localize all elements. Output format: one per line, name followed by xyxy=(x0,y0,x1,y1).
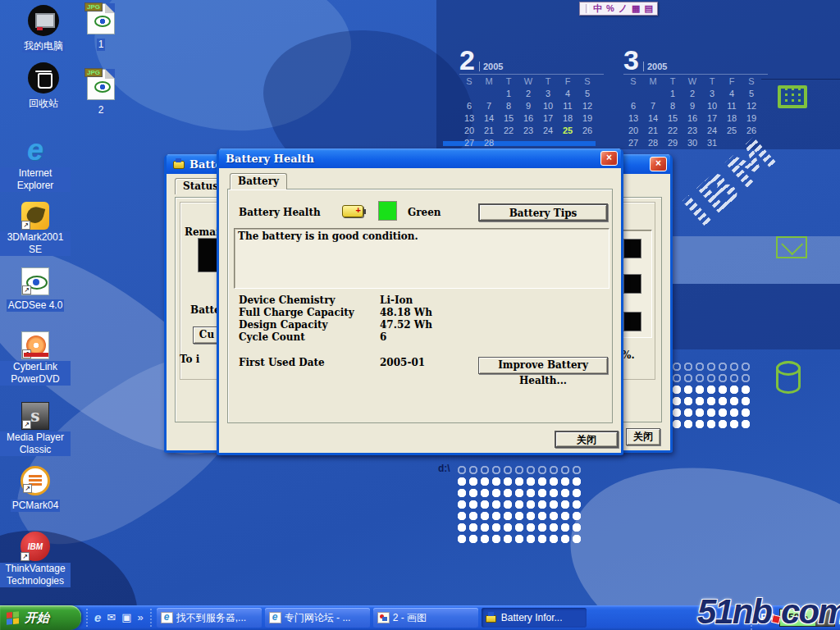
percent-label: %. xyxy=(622,349,635,361)
jpg-badge: JPG xyxy=(84,68,103,77)
my-computer-icon xyxy=(28,5,59,36)
battery-window-icon xyxy=(173,159,185,170)
watermark-red-dot xyxy=(771,614,781,624)
jpg-badge: JPG xyxy=(84,2,103,11)
tab-battery[interactable]: Battery xyxy=(230,173,287,189)
desktop-icon-jpg[interactable]: JPG2 xyxy=(66,69,136,116)
to-label: To i xyxy=(180,354,199,365)
desktop-icon-label: Internet Explorer xyxy=(0,167,71,192)
51nb-watermark: 51nbcom xyxy=(697,592,840,630)
paint-icon xyxy=(377,612,390,623)
desktop-icon-label: 3DMark2001 SE xyxy=(0,231,71,256)
taskbar-task-button[interactable]: Battery Infor... xyxy=(482,608,587,628)
options-icon[interactable]: ▤ xyxy=(644,3,652,14)
desktop-icon-pcmark[interactable]: ↗PCMark04 xyxy=(0,466,71,512)
ie-page-icon xyxy=(269,612,281,623)
close-icon[interactable]: × xyxy=(600,151,618,166)
ie-icon: e xyxy=(20,135,51,166)
info-label: Device Chemistry xyxy=(239,294,380,306)
battery-health-titlebar[interactable]: Battery Health × xyxy=(219,148,621,168)
show-desktop-icon[interactable]: ▣ xyxy=(121,611,131,624)
quick-launch: e ✉ ▣ » xyxy=(86,609,152,627)
battery-icon xyxy=(486,612,498,623)
taskbar-task-button[interactable]: 专门网论坛 - ... xyxy=(265,608,370,628)
ie-page-icon xyxy=(161,612,173,623)
start-button[interactable]: 开始 xyxy=(0,605,81,630)
battery-health-title: Battery Health xyxy=(226,153,596,165)
desktop-icon-label: ACDSee 4.0 xyxy=(7,299,65,312)
icon-glyph: e xyxy=(20,135,51,166)
dmark-icon: ↗ xyxy=(21,202,49,230)
info-value: Li-Ion xyxy=(380,294,432,306)
shortcut-arrow-icon: ↗ xyxy=(22,349,31,358)
watermark-text-2: com xyxy=(781,592,840,630)
info-label: Cycle Count xyxy=(239,331,380,343)
info-label: Design Capacity xyxy=(239,319,380,331)
email-icon[interactable]: ✉ xyxy=(107,611,116,624)
jpg-icon: JPG xyxy=(87,69,115,100)
mpc-icon: s↗ xyxy=(21,402,49,430)
desktop-icon-label: Media Player Classic xyxy=(0,431,71,456)
fullwidth-icon[interactable]: ノ xyxy=(619,3,628,14)
battery-gauge xyxy=(623,239,641,258)
desktop-icon-mpc[interactable]: s↗Media Player Classic xyxy=(0,402,71,456)
improve-battery-health-button[interactable]: Improve Battery Health... xyxy=(478,357,608,374)
acdsee-icon: ↗ xyxy=(21,267,49,295)
thinkvantage-icon: IBM↗ xyxy=(21,532,50,561)
pcmark-icon: ↗ xyxy=(21,466,50,495)
shortcut-arrow-icon: ↗ xyxy=(21,552,30,561)
desktop-icon-thinkvantage[interactable]: IBM↗ThinkVantage Technologies xyxy=(0,532,71,587)
chevron-icon[interactable]: » xyxy=(138,611,144,624)
desktop-icon-label: 回收站 xyxy=(27,98,60,110)
desktop-icon-label: CyberLink PowerDVD xyxy=(0,361,71,386)
info-value: 47.52 Wh xyxy=(380,319,432,331)
close-icon[interactable]: × xyxy=(650,157,667,171)
desktop-icon-label: 2 xyxy=(97,104,106,116)
desktop-icon-ie[interactable]: eInternet Explorer xyxy=(0,135,71,192)
desktop-icon-label: 我的电脑 xyxy=(22,40,65,52)
battery-health-label: Battery Health xyxy=(239,207,321,218)
desktop-icon-label: 1 xyxy=(97,39,106,51)
battery-gauge xyxy=(623,312,641,331)
battery-icon xyxy=(342,205,363,217)
bg-close-button[interactable]: 关闭 xyxy=(626,428,660,445)
task-buttons: 找不到服务器,...专门网论坛 - ...2 - 画图Battery Infor… xyxy=(152,608,751,628)
battery-info-grid: Device ChemistryLi-IonFull Charge Capaci… xyxy=(239,294,432,368)
task-button-label: 2 - 画图 xyxy=(393,611,427,625)
remaining-label: Remai xyxy=(185,226,220,238)
input-mode-icon[interactable]: 中 xyxy=(593,3,602,14)
desktop-icon-acdsee[interactable]: ↗ACDSee 4.0 xyxy=(0,267,71,312)
shortcut-arrow-icon: ↗ xyxy=(21,221,30,230)
shortcut-arrow-icon: ↗ xyxy=(22,285,31,294)
start-button-label: 开始 xyxy=(25,610,49,626)
condition-textbox[interactable]: The battery is in good condition. xyxy=(234,228,609,289)
info-value: 2005-01 xyxy=(380,357,432,368)
info-label: Full Charge Capacity xyxy=(239,307,380,318)
info-value: 48.18 Wh xyxy=(380,307,432,318)
info-label: First Used Date xyxy=(239,357,380,368)
ie-icon[interactable]: e xyxy=(94,611,101,624)
powerdvd-icon: ↗ xyxy=(21,331,49,359)
task-button-label: 专门网论坛 - ... xyxy=(285,611,351,625)
taskbar-task-button[interactable]: 找不到服务器,... xyxy=(157,608,262,628)
task-button-label: 找不到服务器,... xyxy=(176,611,246,625)
shortcut-arrow-icon: ↗ xyxy=(23,484,32,493)
battery-tips-button[interactable]: Battery Tips xyxy=(478,203,608,221)
health-status-text: Green xyxy=(408,207,441,218)
task-button-label: Battery Infor... xyxy=(501,612,563,623)
recycle-bin-icon xyxy=(28,62,59,94)
health-status-swatch xyxy=(378,201,397,221)
info-value: 6 xyxy=(380,331,432,343)
watermark-text-1: 51nb xyxy=(697,592,771,630)
shortcut-arrow-icon: ↗ xyxy=(22,420,31,429)
desktop-icon-label: PCMark04 xyxy=(11,500,61,512)
desktop-icon-dmark[interactable]: ↗3DMark2001 SE xyxy=(0,202,71,256)
desktop-icon-jpg[interactable]: JPG1 xyxy=(66,3,136,51)
taskbar-task-button[interactable]: 2 - 画图 xyxy=(373,608,478,628)
battery-health-dialog: Battery Health × Battery Battery Health … xyxy=(217,148,623,455)
desktop-icon-powerdvd[interactable]: ↗CyberLink PowerDVD xyxy=(0,331,71,386)
punctuation-icon[interactable]: % xyxy=(606,3,614,14)
ime-language-bar[interactable]: 中%ノ▦▤ xyxy=(579,2,658,16)
soft-keyboard-icon[interactable]: ▦ xyxy=(632,3,640,14)
dialog-close-button[interactable]: 关闭 xyxy=(555,431,619,448)
